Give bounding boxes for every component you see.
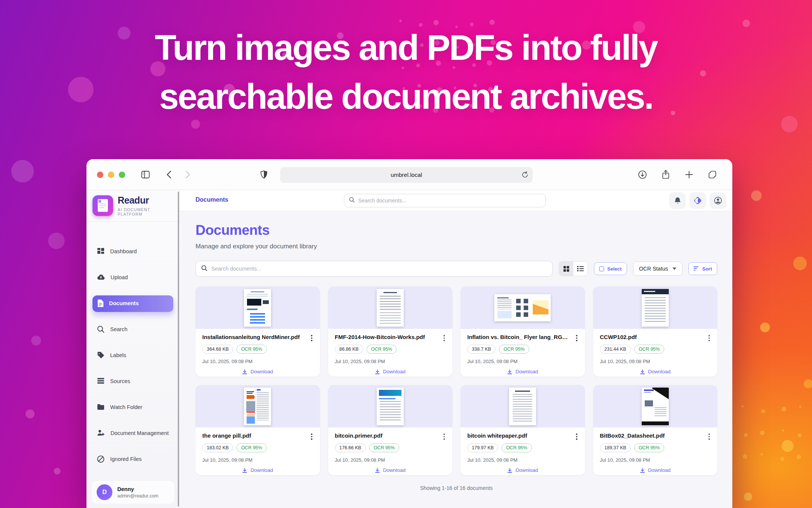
global-search[interactable] xyxy=(344,194,546,207)
close-window-button[interactable] xyxy=(97,172,103,178)
more-options-button[interactable] xyxy=(707,333,712,343)
sidebar-item-search[interactable]: Search xyxy=(92,321,173,338)
download-icon xyxy=(375,369,380,374)
document-thumbnail[interactable] xyxy=(328,385,453,427)
reload-icon[interactable] xyxy=(521,171,529,180)
account-button[interactable] xyxy=(710,192,726,209)
decorative-dot xyxy=(743,454,747,459)
decorative-dot xyxy=(31,336,41,345)
download-link[interactable]: Download xyxy=(467,369,578,374)
sort-button[interactable]: Sort xyxy=(688,262,717,275)
downloads-button[interactable] xyxy=(636,168,649,181)
share-button[interactable] xyxy=(659,168,672,181)
sidebar-toggle-button[interactable] xyxy=(139,168,152,181)
file-size-badge: 364.68 KB xyxy=(202,345,233,354)
document-name[interactable]: bitcoin whitepaper.pdf xyxy=(467,432,578,439)
file-size-badge: 176.66 KB xyxy=(335,443,366,452)
document-name[interactable]: bitcoin.primer.pdf xyxy=(335,432,446,439)
grid-view-button[interactable] xyxy=(559,262,573,276)
document-name[interactable]: the orange pill.pdf xyxy=(202,432,313,439)
more-options-button[interactable] xyxy=(309,432,314,441)
zoom-window-button[interactable] xyxy=(119,172,125,178)
sidebar-item-label: Dashboard xyxy=(110,248,137,256)
hero-headline-line2: searchable document archives. xyxy=(0,72,812,121)
documents-page: Documents Manage and explore your docume… xyxy=(180,211,732,508)
user-email: admin@readur.com xyxy=(117,493,158,499)
download-link[interactable]: Download xyxy=(202,467,313,473)
sidebar-item-sources[interactable]: Sources xyxy=(92,373,173,390)
brand-name: Readur xyxy=(118,195,173,206)
theme-toggle-button[interactable] xyxy=(689,192,706,209)
documents-search-input[interactable] xyxy=(211,266,547,272)
sidebar-item-watch-folder[interactable]: Watch Folder xyxy=(92,399,173,416)
documents-search[interactable] xyxy=(195,261,553,277)
download-link[interactable]: Download xyxy=(335,369,446,374)
document-thumbnail[interactable] xyxy=(593,385,718,427)
more-options-button[interactable] xyxy=(574,333,579,343)
download-link[interactable]: Download xyxy=(202,369,313,374)
select-button[interactable]: Select xyxy=(594,262,627,275)
user-card[interactable]: D Denny admin@readur.com xyxy=(91,480,175,504)
more-options-button[interactable] xyxy=(707,432,712,441)
search-icon xyxy=(349,197,355,204)
document-name[interactable]: CCWP102.pdf xyxy=(600,334,711,340)
download-label: Download xyxy=(515,467,538,473)
document-date: Jul 10, 2025, 09:08 PM xyxy=(335,359,446,364)
document-thumbnail[interactable] xyxy=(593,286,718,329)
decorative-dot xyxy=(11,160,34,183)
address-bar[interactable]: umbrel.local xyxy=(280,167,533,183)
sidebar-scrollbar[interactable] xyxy=(178,192,179,506)
document-info: the orange pill.pdf 183.02 KB OCR 95% Ju… xyxy=(195,427,320,473)
forward-button[interactable] xyxy=(181,168,194,181)
new-tab-button[interactable] xyxy=(683,168,695,181)
avatar: D xyxy=(97,484,112,500)
download-link[interactable]: Download xyxy=(467,467,578,473)
sidebar-item-ignored-files[interactable]: Ignored Files xyxy=(92,451,173,468)
download-link[interactable]: Download xyxy=(600,467,711,473)
sidebar-item-document-management[interactable]: Document Management xyxy=(92,425,173,442)
more-options-button[interactable] xyxy=(574,432,579,441)
download-link[interactable]: Download xyxy=(600,369,711,374)
document-info: BitBox02_Datasheet.pdf 189.37 KB OCR 95%… xyxy=(593,427,718,473)
notifications-button[interactable] xyxy=(669,192,686,209)
document-name[interactable]: FMF-2014-How-Bitcoin-Works.pdf xyxy=(335,334,446,340)
sidebar-item-dashboard[interactable]: Dashboard xyxy=(92,243,173,260)
back-button[interactable] xyxy=(162,168,175,181)
sidebar-item-documents[interactable]: Documents xyxy=(92,295,173,312)
minimize-window-button[interactable] xyxy=(108,172,114,178)
more-options-button[interactable] xyxy=(442,333,447,343)
more-options-button[interactable] xyxy=(442,432,447,441)
breadcrumb[interactable]: Documents xyxy=(195,196,228,203)
global-search-input[interactable] xyxy=(358,198,541,204)
ocr-status-badge: OCR 95% xyxy=(634,345,664,354)
ocr-status-badge: OCR 95% xyxy=(367,345,397,354)
document-thumbnail[interactable] xyxy=(195,385,320,427)
document-thumbnail[interactable] xyxy=(461,385,585,427)
document-name[interactable]: BitBox02_Datasheet.pdf xyxy=(600,432,711,439)
download-label: Download xyxy=(250,369,273,374)
document-name[interactable]: Installationsanleitung NerdMiner.pdf xyxy=(202,334,313,340)
document-thumbnail[interactable] xyxy=(195,286,320,329)
document-name[interactable]: Inflation vs. Bitcoin_ Flyer lang_RGB.pd… xyxy=(467,334,578,340)
document-thumbnail[interactable] xyxy=(328,286,453,329)
document-info: bitcoin whitepaper.pdf 179.97 KB OCR 95%… xyxy=(461,427,585,473)
file-size-badge: 183.02 KB xyxy=(202,443,233,452)
download-icon xyxy=(242,468,247,473)
document-thumbnail[interactable] xyxy=(461,286,585,329)
list-view-button[interactable] xyxy=(573,262,588,276)
decorative-dot xyxy=(399,20,402,22)
document-preview-image xyxy=(509,388,536,425)
main-panel: Documents xyxy=(180,190,732,508)
ocr-status-dropdown[interactable]: OCR Status xyxy=(633,262,682,276)
ocr-status-badge: OCR 95% xyxy=(369,443,399,452)
sidebar-item-labels[interactable]: Labels xyxy=(92,347,173,364)
document-preview-image xyxy=(244,388,271,425)
decorative-dot xyxy=(782,440,794,452)
privacy-shield-icon[interactable] xyxy=(258,168,270,181)
more-options-button[interactable] xyxy=(309,333,314,343)
download-link[interactable]: Download xyxy=(335,467,446,473)
sidebar-item-upload[interactable]: Upload xyxy=(92,269,173,286)
decorative-dot xyxy=(760,430,765,435)
tab-overview-button[interactable] xyxy=(706,168,719,181)
decorative-dot xyxy=(26,409,35,418)
